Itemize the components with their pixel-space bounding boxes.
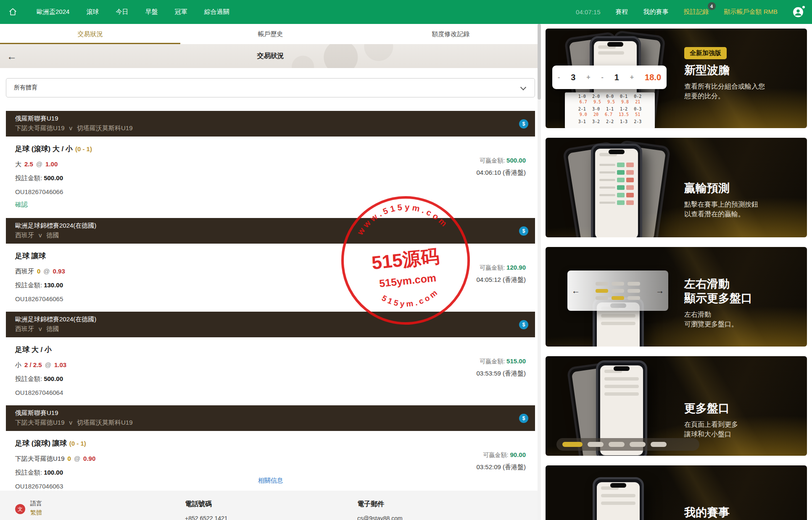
banner-text: 更多盤口 在頁面上看到更多 讓球和大小盤口 (684, 402, 738, 439)
cash-out-button[interactable]: $ (519, 414, 528, 423)
banner-text: 我的賽事 點擊任何賽事的星圖示把賽 (684, 506, 765, 520)
avatar-icon (793, 7, 804, 18)
sport-filter-value: 所有體育 (14, 84, 37, 92)
nav-item-parlay[interactable]: 綜合過關 (204, 8, 229, 16)
market-line: 足球 讓球 (15, 251, 526, 261)
page-title: 交易狀況 (257, 52, 284, 60)
score-note: (0 - 1) (69, 440, 86, 447)
score-row: 3-1 3-2 2-2 1-3 2-3 (565, 119, 655, 125)
bet-timestamp: 04:05:12 (香港盤) (476, 276, 526, 284)
banner-text: 全新加強版 新型波膽 查看所有比分組合或輸入您 想要的比分。 (684, 47, 765, 101)
vs-label: v (39, 325, 42, 333)
stake-line: 投註金額:500.00 (15, 375, 526, 383)
nav-item-today[interactable]: 今日 (116, 8, 128, 16)
bet-timestamp: 04:06:10 (香港盤) (476, 169, 526, 177)
banner-desc-line: 左右滑動 (684, 310, 752, 319)
banner-desc-line: 查看所有比分組合或輸入您 (684, 81, 765, 91)
plus-icon: + (630, 74, 634, 81)
banner-title: 我的賽事 (684, 506, 765, 520)
win-column: 可贏金額:515.00 03:53:59 (香港盤) (476, 357, 526, 378)
nav-item-my-events[interactable]: 我的賽事 (643, 8, 669, 16)
language-value[interactable]: 繁體 (30, 509, 42, 517)
win-label: 可贏金額: (480, 358, 505, 365)
score-stepper: - 3 + - 1 + 18.0 (552, 66, 667, 89)
bet-card-body: 足球 讓球 西班牙 0 @ 0.93 投註金額:130.00 OU1826704… (6, 244, 535, 309)
bet-card-header: 俄羅斯聯賽U19 下諾夫哥羅德U19 v 切塔羅沃莫斯科U19 $ (6, 111, 535, 137)
selection-name: 大 (15, 160, 21, 168)
nav-item-bet-records[interactable]: 投註記錄 4 (684, 8, 709, 16)
bet-card-header: 歐洲足球錦標賽2024(在德國) 西班牙 v 德國 $ (6, 312, 535, 337)
nav-right: 04:07:15 賽程 我的賽事 投註記錄 4 顯示帳戶金額 RMB (576, 7, 804, 18)
bet-timestamp: 03:53:59 (香港盤) (476, 370, 526, 378)
panel-scrollbar[interactable] (538, 24, 541, 520)
banner-desc-line: 可瀏覽更多盤口。 (684, 319, 752, 329)
cash-out-button[interactable]: $ (519, 226, 528, 236)
tab-transaction-status[interactable]: 交易狀況 (0, 24, 180, 44)
win-value: 515.00 (506, 357, 526, 365)
related-info-link[interactable]: 相關信息 (258, 477, 283, 484)
banner-desc-line: 讓球和大小盤口 (684, 429, 738, 439)
nav-item-outright[interactable]: 冠軍 (174, 8, 187, 16)
tab-account-history[interactable]: 帳戶歷史 (180, 24, 361, 44)
dollar-icon: $ (522, 415, 525, 421)
win-label: 可贏金額: (483, 452, 509, 458)
promo-banner-new-correct-score[interactable]: - 3 + - 1 + 18.0 1-0 2-0 0-0 0-1 0-26.7 … (546, 29, 807, 128)
home-icon (8, 8, 17, 16)
promo-banner-more-markets[interactable]: 更多盤口 在頁面上看到更多 讓球和大小盤口 (546, 356, 807, 456)
promo-banner-swipe-markets[interactable]: ← → 左右滑動 顯示更多盤口 左右滑動 可瀏覽更多盤口。 (546, 247, 807, 347)
bet-timestamp: 03:52:09 (香港盤) (476, 463, 526, 471)
selection-handicap: 0 (37, 268, 40, 275)
away-team: 切塔羅沃莫斯科U19 (77, 419, 133, 427)
stake-line: 投註金額:100.00 (15, 469, 526, 477)
promo-banner-win-loss-prediction[interactable]: 贏輸預測 點擊在賽事上的預測按鈕 以查看潛在的贏輸。 (546, 138, 807, 237)
bet-reference: OU18267046065 (15, 295, 526, 302)
plus-icon: + (586, 74, 590, 81)
score-grid: 1-0 2-0 0-0 0-1 0-26.7 9.5 9.5 9.8 21 2-… (565, 92, 655, 128)
swipe-panel: ← → (567, 271, 668, 311)
match-teams: 下諾夫哥羅德U19 v 切塔羅沃莫斯科U19 (15, 124, 526, 132)
banner-desc-line: 點擊在賽事上的預測按鈕 (684, 200, 758, 209)
banner-title: 贏輸預測 (684, 181, 758, 196)
nav-item-schedule[interactable]: 賽程 (616, 8, 628, 16)
tab-limit-change-records[interactable]: 額度修改記錄 (361, 24, 541, 44)
language-icon: 文 (15, 504, 25, 514)
stake-value: 130.00 (44, 281, 63, 289)
selection-odds: 1.03 (54, 361, 66, 368)
back-button[interactable]: ← (7, 51, 17, 61)
stake-value: 100.00 (44, 469, 63, 476)
nav-item-live[interactable]: 滾球 (86, 8, 99, 16)
scrollbar-thumb[interactable] (538, 24, 541, 100)
email-value: cs@9stay88.com (357, 515, 403, 520)
market-name: 足球 大 / 小 (15, 346, 52, 354)
dollar-icon: $ (522, 322, 525, 328)
nav-item-early[interactable]: 早盤 (145, 8, 158, 16)
dollar-icon: $ (522, 228, 525, 234)
win-label: 可贏金額: (480, 264, 505, 271)
phone-label: 電話號碼 (185, 500, 212, 509)
home-team: 西班牙 (15, 325, 34, 333)
cash-out-button[interactable]: $ (519, 119, 528, 129)
promo-banner-my-events[interactable]: 我的賽事 點擊任何賽事的星圖示把賽 (546, 465, 807, 520)
selection-line: 西班牙 0 @ 0.93 (15, 268, 526, 276)
bet-list: 俄羅斯聯賽U19 下諾夫哥羅德U19 v 切塔羅沃莫斯科U19 $ 足球 (滾球… (6, 111, 535, 509)
bet-reference: OU18267046064 (15, 389, 526, 396)
vs-label: v (69, 419, 73, 427)
transactions-panel: 交易狀況 帳戶歷史 額度修改記錄 ← 交易狀況 所有體育 俄羅斯聯賽U19 下諾… (0, 24, 541, 520)
vs-label: v (39, 231, 42, 239)
selection-handicap: 0 (68, 455, 71, 462)
sport-filter-select[interactable]: 所有體育 (6, 78, 535, 97)
nav-left: 歐洲盃2024 滾球 今日 早盤 冠軍 綜合過關 (8, 8, 229, 16)
clock-time: 04:07:15 (576, 8, 600, 16)
stake-label: 投註金額: (15, 281, 42, 289)
selection-handicap: 2.5 (24, 160, 33, 168)
banner-description: 點擊在賽事上的預測按鈕 以查看潛在的贏輸。 (684, 200, 758, 219)
nav-item-show-balance[interactable]: 顯示帳戶金額 RMB (724, 8, 778, 16)
league-name: 俄羅斯聯賽U19 (15, 115, 526, 123)
cash-out-button[interactable]: $ (519, 320, 528, 329)
confirm-link[interactable]: 確認 (15, 201, 28, 209)
home-button[interactable] (8, 8, 17, 16)
banner-title: 左右滑動 顯示更多盤口 (684, 277, 752, 306)
account-button[interactable] (793, 7, 804, 18)
nav-item-eurocup[interactable]: 歐洲盃2024 (37, 8, 69, 16)
match-teams: 西班牙 v 德國 (15, 231, 526, 239)
